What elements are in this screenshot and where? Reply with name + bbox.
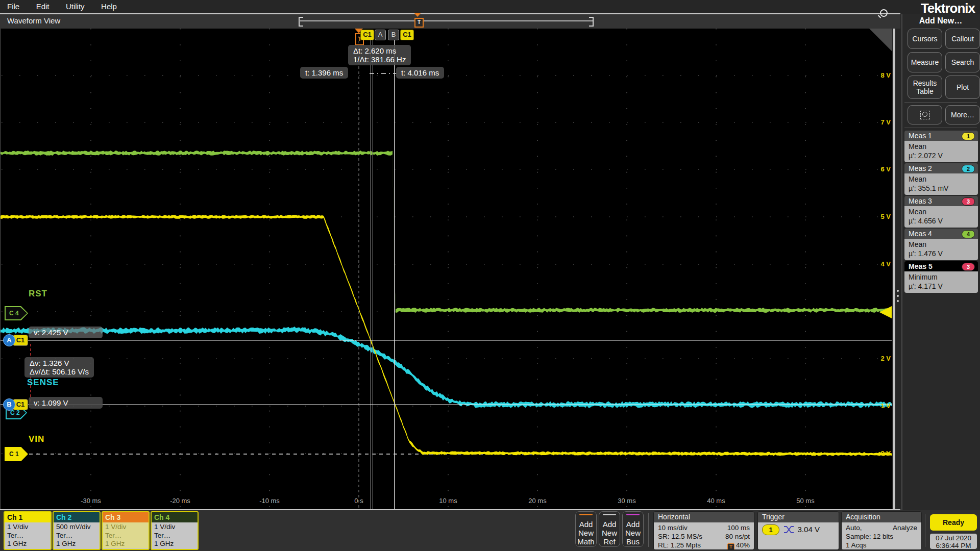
cursor-a-source-badge[interactable]: C1 — [360, 30, 374, 40]
add-new-bus-button[interactable]: Add New Bus — [622, 511, 644, 547]
plot-button[interactable]: Plot — [945, 76, 980, 99]
meas-3-name: Meas 3 — [909, 197, 932, 205]
trigger-source-pill: 1 — [762, 524, 779, 535]
meas-4-body: Mean µ': 1.476 V — [904, 239, 978, 260]
ch2-settings: 500 mV/div Ter… 1 GHz — [54, 522, 100, 548]
zoom-corner-button[interactable] — [869, 29, 893, 52]
channel-badge-ch4[interactable]: Ch 4 1 V/div Ter… 1 GHz — [151, 511, 199, 550]
meas-3-badge[interactable]: Meas 3 3 Mean µ': 4.656 V — [904, 196, 978, 228]
inv-delta-t-value: 1/Δt: 381.66 Hz — [353, 55, 406, 64]
results-bar: Add New… Cursors Callout Measure Search … — [901, 14, 980, 510]
meas-1-badge[interactable]: Meas 1 1 Mean µ': 2.072 V — [904, 131, 978, 162]
minimap-trigger-triangle-icon[interactable] — [414, 13, 421, 17]
cursors-button[interactable]: Cursors — [908, 29, 942, 49]
panel-separator — [904, 102, 977, 103]
add-new-bus-label: Add New Bus — [625, 520, 641, 546]
cursor-a-time-readout: t: 1.396 ms — [300, 67, 348, 79]
waveform-canvas — [1, 29, 893, 510]
menu-help[interactable]: Help — [94, 0, 124, 13]
meas-3-type: Mean — [909, 207, 974, 216]
add-new-math-button[interactable]: Add New Math — [575, 511, 597, 547]
meas-5-type: Minimum — [909, 272, 974, 282]
meas-5-badge[interactable]: Meas 5 3 Minimum µ': 4.171 V — [904, 261, 978, 293]
zoom-select-button[interactable] — [908, 105, 942, 124]
cursor-b-time-readout: t: 4.016 ms — [396, 67, 444, 79]
menu-file[interactable]: File — [0, 0, 27, 13]
splitter-bar[interactable] — [893, 29, 895, 510]
datetime-display: 07 Jul 2020 6:36:44 PM — [930, 534, 977, 549]
menu-edit[interactable]: Edit — [29, 0, 57, 13]
t-label-10: 10 ms — [430, 497, 467, 505]
minimap-trigger-flag-icon[interactable]: T — [414, 18, 424, 28]
cursor-delta-readout: Δt: 2.620 ms 1/Δt: 381.66 Hz — [348, 45, 411, 65]
meas-2-value: µ': 355.1 mV — [909, 184, 974, 193]
channel-badge-ch3[interactable]: Ch 3 1 V/div Ter… 1 GHz — [102, 511, 150, 550]
magnifier-icon — [880, 9, 888, 17]
horizontal-window: 100 ms — [727, 523, 750, 532]
v-label-6v: 6 V — [868, 165, 891, 174]
cursor-delta-v-readout: Δv: 1.326 V Δv/Δt: 506.16 V/s — [24, 357, 94, 378]
meas-1-value: µ': 2.072 V — [909, 151, 974, 160]
sample-interval: 80 ns/pt — [725, 532, 750, 541]
minimap-track[interactable] — [300, 20, 594, 21]
meas-3-header: Meas 3 3 — [904, 196, 978, 206]
meas-2-type: Mean — [909, 174, 974, 184]
ch2-bandwidth: 1 GHz — [56, 540, 100, 548]
measure-button[interactable]: Measure — [908, 52, 942, 72]
cursor-a-voltage-readout: v: 2.425 V — [29, 327, 103, 338]
acquisition-analyze: Analyze — [893, 523, 917, 532]
cursor-b-left-handle[interactable]: B — [3, 398, 15, 411]
ch3-bandwidth: 1 GHz — [105, 540, 149, 548]
date-value: 07 Jul 2020 — [930, 534, 977, 542]
add-new-ref-button[interactable]: Add New Ref — [599, 511, 620, 547]
meas-1-name: Meas 1 — [909, 132, 932, 140]
menu-bar: File Edit Utility Help — [0, 0, 980, 13]
meas-4-value: µ': 1.476 V — [909, 249, 974, 258]
meas-2-badge[interactable]: Meas 2 2 Mean µ': 355.1 mV — [904, 163, 978, 195]
ch4-settings: 1 V/div Ter… 1 GHz — [152, 522, 198, 548]
acquisition-title: Acquisition — [842, 512, 921, 522]
oscilloscope-app: File Edit Utility Help Tektronix Wavefor… — [0, 0, 980, 551]
meas-3-source-pill: 3 — [962, 197, 975, 206]
acquisition-badge[interactable]: Acquisition Auto,Analyze Sample: 12 bits… — [841, 511, 922, 550]
v-label-7v: 7 V — [868, 118, 891, 127]
ch4-scale: 1 V/div — [154, 523, 198, 532]
splitter-grip-dot — [897, 295, 899, 297]
either-edge-icon — [783, 525, 794, 534]
meas-4-name: Meas 4 — [909, 230, 932, 238]
cursor-b-voltage-readout: v: 1.099 V — [29, 397, 103, 409]
trigger-settings: 1 3.04 V — [758, 522, 839, 549]
v-label-2v: 2 V — [868, 354, 891, 363]
t-label-m20: -20 ms — [162, 497, 199, 505]
search-button[interactable]: Search — [945, 52, 980, 72]
callout-button[interactable]: Callout — [945, 29, 980, 49]
menu-utility[interactable]: Utility — [59, 0, 92, 13]
more-button[interactable]: More… — [945, 105, 980, 124]
sample-rate: SR: 12.5 MS/s — [658, 532, 702, 541]
channel-marker-c4-label: C 4 — [6, 307, 27, 319]
panel-splitter[interactable] — [892, 29, 900, 510]
cursor-a-left-handle[interactable]: A — [3, 334, 15, 346]
t-label-20: 20 ms — [519, 497, 556, 505]
cursor-b-source-badge[interactable]: C1 — [400, 30, 414, 40]
add-new-math-label: Add New Math — [577, 520, 594, 546]
trigger-title: Trigger — [758, 512, 839, 522]
graticule[interactable]: 8 V 7 V 6 V 5 V 4 V 2 V 1 V 0 V -30 ms -… — [0, 29, 893, 510]
results-table-button[interactable]: Results Table — [908, 76, 942, 99]
cursor-b-handle[interactable]: B — [388, 30, 399, 40]
horizontal-badge[interactable]: Horizontal 10 ms/div100 ms SR: 12.5 MS/s… — [653, 511, 754, 550]
trigger-level-value: 3.04 V — [798, 525, 820, 534]
ch1-settings: 1 V/div Ter… 1 GHz — [5, 522, 51, 548]
ch1-name: Ch 1 — [5, 512, 51, 522]
channel-marker-c1-label: C 1 — [6, 448, 27, 460]
splitter-grip-dot — [897, 290, 899, 292]
cursor-a-handle[interactable]: A — [375, 30, 386, 40]
minimap-right-bracket[interactable] — [589, 17, 594, 27]
meas-4-badge[interactable]: Meas 4 4 Mean µ': 1.476 V — [904, 229, 978, 260]
t-label-m10: -10 ms — [251, 497, 288, 505]
channel-badge-ch1[interactable]: Ch 1 1 V/div Ter… 1 GHz — [4, 511, 52, 550]
channel-badge-ch2[interactable]: Ch 2 500 mV/div Ter… 1 GHz — [53, 511, 101, 550]
trigger-badge[interactable]: Trigger 1 3.04 V — [757, 511, 839, 550]
minimap-left-bracket[interactable] — [299, 17, 303, 27]
trace-label-rst: RST — [29, 289, 47, 299]
